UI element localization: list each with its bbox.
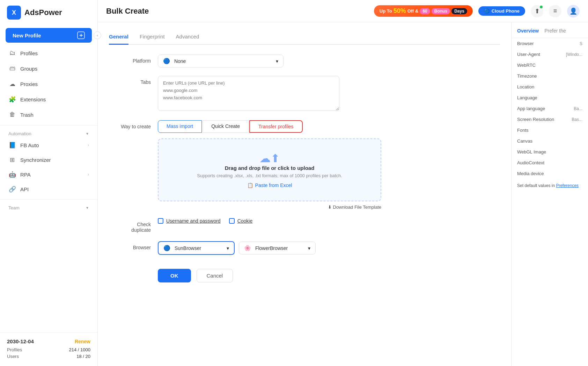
tab-advanced[interactable]: Advanced xyxy=(176,31,199,45)
synchronizer-icon: ⊞ xyxy=(8,156,16,164)
sidebar-item-fb-auto[interactable]: 📘 FB Auto › xyxy=(0,138,97,152)
logo-area: X AdsPower xyxy=(0,0,97,25)
groups-icon: 🗃 xyxy=(8,65,16,72)
platform-row: Platform 🔵 None ▾ xyxy=(109,55,500,67)
right-item-label: WebRTC xyxy=(517,63,536,68)
upload-zone[interactable]: ☁⬆ Drag and drop file or click to upload… xyxy=(158,138,381,201)
tabs-field xyxy=(158,76,500,112)
paste-from-excel-button[interactable]: 📋 Paste from Excel xyxy=(247,182,292,188)
sunbrowser-select[interactable]: 🔵 SunBrowser ▾ xyxy=(158,241,235,255)
promo-off: Off & xyxy=(407,8,419,14)
sidebar-item-api[interactable]: 🔗 API xyxy=(0,182,97,196)
sidebar-item-profiles[interactable]: 🗂 Profiles xyxy=(0,45,97,61)
rpa-label: RPA xyxy=(20,172,31,178)
fb-auto-label: FB Auto xyxy=(20,142,39,148)
right-panel-item: Location xyxy=(512,81,588,92)
sidebar-item-trash[interactable]: 🗑 Trash xyxy=(0,107,97,122)
check-duplicate-row: Check duplicate Username and password Co… xyxy=(109,218,500,233)
right-item-label: Timezone xyxy=(517,73,537,79)
right-panel-item: WebRTC xyxy=(512,60,588,71)
username-password-box xyxy=(158,218,163,224)
users-stat-label: Users xyxy=(7,354,19,359)
way-to-create-row: Way to create Mass import Quick Create T… xyxy=(109,120,500,210)
main-area: Bulk Create Up To 50% Off & 60 Bonus Day… xyxy=(98,0,588,366)
form-tabs: General Fingerprint Advanced xyxy=(109,31,500,45)
platform-select[interactable]: 🔵 None ▾ xyxy=(158,55,284,67)
profiles-icon: 🗂 xyxy=(8,49,16,57)
update-badge xyxy=(539,5,543,9)
check-duplicate-field: Username and password Cookie xyxy=(158,218,500,224)
automation-label: Automation xyxy=(8,131,31,136)
right-panel-item: Screen Resolution Bas... xyxy=(512,114,588,125)
upload-main-text: Drag and drop file or click to upload xyxy=(166,165,374,171)
sidebar-item-extensions[interactable]: 🧩 Extensions xyxy=(0,92,97,107)
right-panel-item: Browser S xyxy=(512,38,588,49)
promo-bonus-label: Bonus xyxy=(432,8,450,14)
flowerbrowser-icon: 🌸 xyxy=(244,245,251,251)
proxies-label: Proxies xyxy=(20,81,38,87)
sidebar-item-synchronizer[interactable]: ⊞ Synchronizer xyxy=(0,152,97,167)
promo-upto: Up To xyxy=(380,8,392,14)
tab-general[interactable]: General xyxy=(109,31,128,45)
prefer-tab[interactable]: Prefer the xyxy=(544,28,566,34)
form-area: General Fingerprint Advanced Platform 🔵 … xyxy=(98,22,511,366)
preferences-link[interactable]: Preferences xyxy=(556,183,579,188)
api-label: API xyxy=(20,186,29,192)
tabs-textarea[interactable] xyxy=(158,76,339,111)
sidebar-item-groups[interactable]: 🗃 Groups xyxy=(0,61,97,76)
platform-label: Platform xyxy=(109,55,151,64)
app-name: AdsPower xyxy=(24,8,62,17)
promo-bonus-num: 60 xyxy=(420,8,430,14)
rpa-arrow: › xyxy=(88,172,89,177)
quick-create-option[interactable]: Quick Create xyxy=(203,120,249,133)
new-profile-button[interactable]: New Profile ＋ xyxy=(6,28,92,43)
browser-row: Browser 🔵 SunBrowser ▾ 🌸 xyxy=(109,241,500,255)
checkbox-row: Username and password Cookie xyxy=(158,218,500,224)
sidebar-collapse-button[interactable]: ‹ xyxy=(94,31,101,39)
menu-icon: ≡ xyxy=(553,7,557,15)
right-panel-item: WebGL Image xyxy=(512,146,588,157)
sidebar-item-rpa[interactable]: 🤖 RPA › xyxy=(0,167,97,182)
team-section[interactable]: Team ▼ xyxy=(0,202,97,212)
promo-banner[interactable]: Up To 50% Off & 60 Bonus Days xyxy=(374,5,473,17)
api-icon: 🔗 xyxy=(8,185,16,193)
cookie-checkbox[interactable]: Cookie xyxy=(229,218,253,224)
menu-button[interactable]: ≡ xyxy=(549,5,561,17)
paste-label: Paste from Excel xyxy=(255,182,292,188)
right-panel-header: Overview Prefer the xyxy=(512,28,588,38)
mass-import-option[interactable]: Mass import xyxy=(158,120,202,133)
right-item-value: Ba... xyxy=(574,106,582,111)
cancel-button[interactable]: Cancel xyxy=(197,269,233,282)
download-label: Download File Template xyxy=(333,204,382,210)
users-stat-value: 18 / 20 xyxy=(76,354,90,359)
flowerbrowser-select[interactable]: 🌸 FlowerBrowser ▾ xyxy=(239,242,316,254)
avatar-button[interactable]: 👤 xyxy=(567,5,580,17)
sidebar: X AdsPower New Profile ＋ 🗂 Profiles 🗃 Gr… xyxy=(0,0,98,366)
proxies-icon: ☁ xyxy=(8,80,16,88)
right-panel: Overview Prefer the Browser S User-Agent… xyxy=(511,22,588,366)
sidebar-item-proxies[interactable]: ☁ Proxies xyxy=(0,76,97,92)
transfer-profiles-option[interactable]: Transfer profiles xyxy=(249,120,303,133)
download-template-button[interactable]: ⬇ Download File Template xyxy=(328,204,382,210)
renew-button[interactable]: Renew xyxy=(75,339,90,344)
tab-fingerprint[interactable]: Fingerprint xyxy=(140,31,165,45)
browser-label: Browser xyxy=(109,241,151,250)
rpa-icon: 🤖 xyxy=(8,171,16,178)
ok-button[interactable]: OK xyxy=(158,269,191,282)
right-item-label: Canvas xyxy=(517,138,532,144)
username-password-checkbox[interactable]: Username and password xyxy=(158,218,221,224)
tabs-label: Tabs xyxy=(109,76,151,85)
platform-icon: 🔵 xyxy=(163,58,170,64)
update-button[interactable]: ⬆ xyxy=(531,5,543,17)
new-profile-label: New Profile xyxy=(13,33,41,38)
way-to-create-label: Way to create xyxy=(109,120,151,129)
cloud-phone-button[interactable]: 🔵 Cloud Phone xyxy=(478,6,525,16)
automation-section[interactable]: Automation ▼ xyxy=(0,128,97,138)
flowerbrowser-label: FlowerBrowser xyxy=(255,245,288,251)
content-area: General Fingerprint Advanced Platform 🔵 … xyxy=(98,22,588,366)
team-chevron: ▼ xyxy=(86,206,89,210)
overview-tab[interactable]: Overview xyxy=(517,28,539,34)
automation-chevron: ▼ xyxy=(86,132,89,136)
check-duplicate-label: Check duplicate xyxy=(109,218,151,233)
paste-icon: 📋 xyxy=(247,182,253,188)
